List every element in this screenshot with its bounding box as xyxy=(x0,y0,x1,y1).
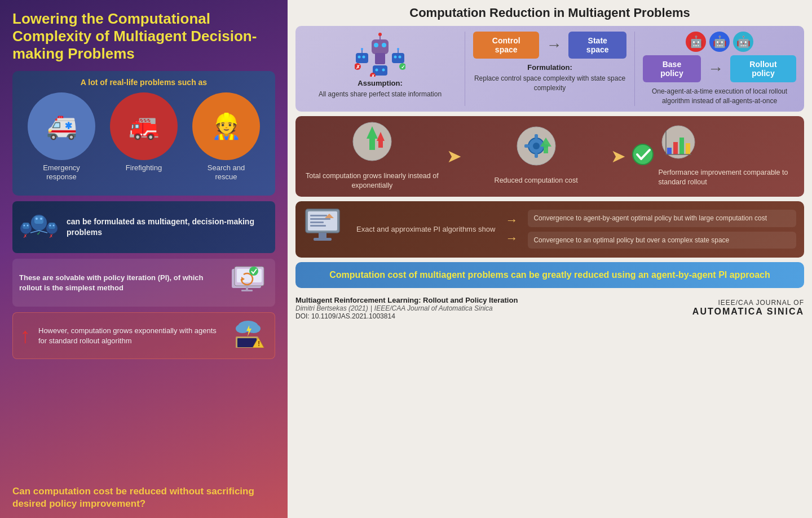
svg-point-41 xyxy=(363,56,365,59)
svg-text:✓: ✓ xyxy=(37,231,41,236)
assumption-desc: All agents share perfect state informati… xyxy=(319,90,442,99)
svg-point-23 xyxy=(249,267,258,276)
doi: DOI: 10.1109/JAS.2021.1003814 xyxy=(295,312,692,320)
rescue-icon: 👷 xyxy=(192,92,260,160)
svg-rect-39 xyxy=(356,53,368,63)
reduced-label: Reduced computation cost xyxy=(495,176,578,186)
svg-point-3 xyxy=(40,218,42,220)
pi-text: Exact and approximate PI algorithms show xyxy=(356,224,495,234)
svg-rect-85 xyxy=(310,225,326,227)
formulation-desc: Replace control space complexity with st… xyxy=(473,74,626,93)
svg-rect-20 xyxy=(246,286,248,290)
pi-arrow-group: → → xyxy=(503,213,520,246)
svg-rect-87 xyxy=(314,238,332,241)
performance-label: Performance improvement comparable to st… xyxy=(659,168,797,188)
space-boxes: Control space → State space xyxy=(473,32,626,59)
svg-rect-71 xyxy=(544,145,548,153)
pi-arrow2-icon: → xyxy=(505,231,518,246)
svg-rect-66 xyxy=(535,134,538,139)
svg-rect-74 xyxy=(667,148,672,154)
policy-boxes: Base policy → Rollout policy xyxy=(643,55,796,82)
svg-text:✓: ✓ xyxy=(401,64,405,70)
computation-box: ↑ However, computation grows exponential… xyxy=(12,312,275,359)
authors: Dimitri Bertsekas (2021) xyxy=(295,304,368,312)
chart-icon xyxy=(659,125,797,166)
svg-point-72 xyxy=(633,144,653,165)
policy-arrow-icon: → xyxy=(705,60,726,78)
multiagent-box: ✗ ✗ ✓ can be formulated as multiagent, d… xyxy=(12,201,275,253)
ambulance-icon: 🚑 xyxy=(28,92,95,160)
assumption-title: Assumption: xyxy=(358,79,402,87)
journal: IEEE/CAA Journal of Automatica Sinica xyxy=(374,304,493,312)
ieee-bottom: AUTOMATICA SINICA xyxy=(692,307,804,317)
svg-rect-75 xyxy=(673,142,678,154)
multiagent-icon: ✗ ✗ ✓ xyxy=(19,207,59,247)
linear-label: Total computation grows linearly instead… xyxy=(303,171,441,191)
robot-icons: 🤖 🤖 🤖 xyxy=(686,32,753,52)
list-item: 🚒 Firefighting xyxy=(104,92,183,183)
svg-point-48 xyxy=(399,56,401,59)
svg-point-35 xyxy=(382,43,386,47)
policy-iteration-box: These are solvable with policy iteration… xyxy=(12,259,275,307)
svg-point-10 xyxy=(50,225,51,227)
svg-text:✗: ✗ xyxy=(371,74,375,77)
pi-consequence-1: Convergence to agent-by-agent optimal po… xyxy=(528,210,796,227)
svg-text:✗: ✗ xyxy=(23,233,28,239)
svg-text:!: ! xyxy=(258,339,260,348)
svg-point-50 xyxy=(397,48,399,50)
svg-rect-81 xyxy=(308,211,337,231)
svg-point-65 xyxy=(533,143,540,149)
robot-red-icon: 🤖 xyxy=(686,32,706,52)
state-space-box: State space xyxy=(568,32,626,59)
divider2 xyxy=(634,32,635,106)
top-section: ✗ ✓ ✗ xyxy=(295,26,804,112)
conclusion-text: Computation cost of multiagent problems … xyxy=(307,269,793,281)
performance-col: Performance improvement comparable to st… xyxy=(632,125,797,188)
svg-rect-62 xyxy=(378,140,383,148)
paper-title: Multiagent Reinforcement Learning: Rollo… xyxy=(295,296,692,304)
formulation-title: Formulation: xyxy=(527,63,572,72)
svg-rect-67 xyxy=(535,153,538,158)
pipe: | xyxy=(370,304,372,312)
divider xyxy=(465,32,465,106)
right-arrow-icon: → xyxy=(544,36,564,54)
svg-point-54 xyxy=(376,69,378,72)
firetruck-icon: 🚒 xyxy=(110,92,178,160)
footer: Multiagent Reinforcement Learning: Rollo… xyxy=(295,293,804,320)
pi-consequences: Convergence to agent-by-agent optimal po… xyxy=(528,210,796,249)
rollout-col: 🤖 🤖 🤖 Base policy → Rollout policy One-a… xyxy=(643,32,796,106)
real-life-box: A lot of real-life problems such as 🚑 Em… xyxy=(12,71,275,196)
control-space-box: Control space xyxy=(473,32,539,59)
arrow-growth-icon xyxy=(352,122,392,168)
bottom-question: Can computation cost be reduced without … xyxy=(12,485,275,510)
svg-rect-60 xyxy=(369,138,375,150)
svg-rect-82 xyxy=(310,215,327,216)
svg-rect-76 xyxy=(679,138,684,154)
svg-rect-21 xyxy=(241,290,253,291)
svg-point-2 xyxy=(36,218,38,220)
computation-text: However, computation grows exponentially… xyxy=(38,326,223,346)
policy-text: These are solvable with policy iteration… xyxy=(19,273,221,293)
gear-reduced-icon xyxy=(517,126,556,172)
svg-point-6 xyxy=(24,225,25,227)
svg-point-34 xyxy=(374,43,378,47)
linear-col: Total computation grows linearly instead… xyxy=(303,122,441,191)
svg-point-43 xyxy=(361,48,363,50)
conclusion-box: Computation cost of multiagent problems … xyxy=(295,262,804,288)
real-life-title: A lot of real-life problems such as xyxy=(20,78,267,87)
base-policy-box: Base policy xyxy=(643,55,701,82)
robot-blue-icon: 🤖 xyxy=(709,32,730,52)
svg-rect-33 xyxy=(372,39,389,54)
monitor-pi-icon xyxy=(303,207,348,252)
laptop-warning-icon: ! xyxy=(231,318,268,353)
mid-arrow-icon: ➤ xyxy=(447,145,462,167)
assumption-col: ✗ ✓ ✗ xyxy=(303,32,457,99)
formulation-col: Control space → State space Formulation:… xyxy=(473,32,626,93)
main-title: Lowering the Computational Complexity of… xyxy=(12,10,275,63)
svg-point-11 xyxy=(53,225,55,227)
rollout-desc: One-agent-at-a-time execution of local r… xyxy=(643,87,796,106)
svg-rect-68 xyxy=(524,144,529,148)
multiagent-text: can be formulated as multiagent, decisio… xyxy=(67,216,268,238)
emergency-label: Emergencyresponse xyxy=(43,163,80,183)
svg-rect-36 xyxy=(375,53,385,64)
